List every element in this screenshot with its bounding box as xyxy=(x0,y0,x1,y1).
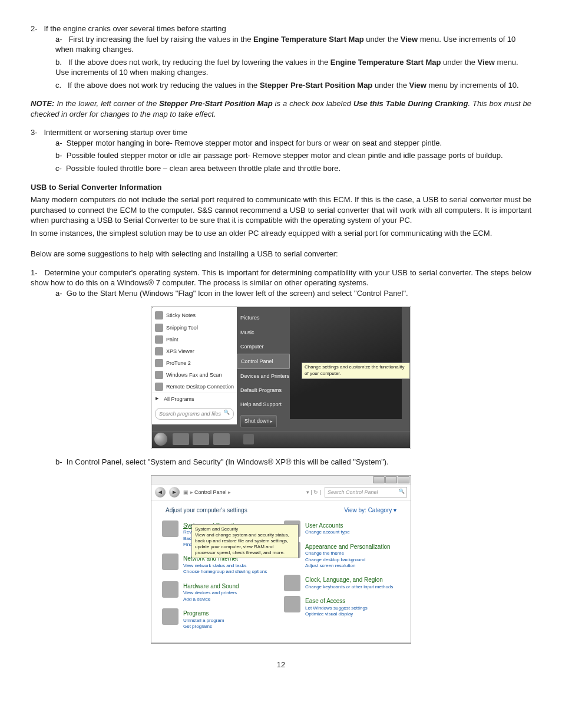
app-snipping-tool[interactable]: Snipping Tool xyxy=(152,322,237,334)
close-button[interactable] xyxy=(398,476,409,483)
start-menu-left-pane: Sticky Notes Snipping Tool Paint XPS Vie… xyxy=(152,307,237,424)
cat-user-accounts[interactable]: User Accounts Change account type xyxy=(284,519,400,541)
taskbar-pinned-icon[interactable] xyxy=(243,434,254,444)
taskbar-explorer-icon[interactable] xyxy=(193,433,209,445)
right-help[interactable]: Help and Support xyxy=(237,397,290,411)
sub-b: b- Possible fouled stepper motor or idle… xyxy=(55,150,531,161)
sub-b: b. If the above does not work, try reduc… xyxy=(55,57,531,78)
page-number: 12 xyxy=(31,660,531,670)
adjust-label: Adjust your computer's settings xyxy=(166,506,247,515)
taskbar xyxy=(152,431,410,448)
shutdown-button[interactable]: Shut down xyxy=(240,415,277,427)
cat-clock[interactable]: Clock, Language, and Region Change keybo… xyxy=(284,574,400,595)
screenshot-control-panel: ◄ ► Control Panel ▾ | ↻ | Search Control… xyxy=(151,475,411,643)
control-panel-tooltip: Change settings and customize the functi… xyxy=(302,363,410,379)
cat-hardware[interactable]: Hardware and Sound View devices and prin… xyxy=(162,580,278,607)
back-button[interactable]: ◄ xyxy=(155,487,166,498)
app-sticky-notes[interactable]: Sticky Notes xyxy=(152,309,237,321)
list-item-1: 1- Determine your computer's operating s… xyxy=(31,268,531,299)
right-pictures[interactable]: Pictures xyxy=(237,311,290,325)
sub-b: b- In Control Panel, select "System and … xyxy=(55,457,531,467)
breadcrumb[interactable]: Control Panel xyxy=(183,489,303,496)
usb-p3: Below are some suggestions to help with … xyxy=(31,249,531,259)
list-item-2: 2- If the engine cranks over several tim… xyxy=(31,24,531,90)
view-by-label[interactable]: View by: Category ▾ xyxy=(344,506,396,515)
usb-heading: USB to Serial Converter Information xyxy=(31,182,531,193)
maximize-button[interactable] xyxy=(385,476,397,483)
right-default-programs[interactable]: Default Programs xyxy=(237,383,290,397)
cat-ease-of-access[interactable]: Ease of Access Let Windows suggest setti… xyxy=(284,595,400,622)
list-item-3: 3- Intermittent or worsening startup ove… xyxy=(31,127,531,173)
sub-a: a- Stepper motor hanging in bore- Remove… xyxy=(55,138,531,149)
cat-programs[interactable]: Programs Uninstall a program Get program… xyxy=(162,607,278,634)
cp-search[interactable]: Search Control Panel xyxy=(325,487,407,498)
list-text: Intermittent or worsening startup over t… xyxy=(44,128,187,137)
window-titlebar xyxy=(151,476,411,485)
app-protune-2[interactable]: ProTune 2 xyxy=(152,357,237,369)
minimize-button[interactable] xyxy=(373,476,385,483)
usb-p2: In some instances, the simplest solution… xyxy=(31,228,531,239)
usb-p1: Many modern computers do not include the… xyxy=(31,195,531,226)
app-paint[interactable]: Paint xyxy=(152,334,237,345)
system-security-tooltip: System and Security View and change syst… xyxy=(191,524,299,558)
right-computer[interactable]: Computer xyxy=(237,340,290,354)
start-menu-search[interactable]: Search programs and files xyxy=(155,408,234,420)
right-control-panel[interactable]: Control Panel xyxy=(237,354,290,369)
all-programs-link[interactable]: All Programs xyxy=(152,393,237,405)
list-number: 1- xyxy=(31,268,38,277)
sub-a: a- Go to the Start Menu (Windows "Flag" … xyxy=(55,288,531,299)
start-menu-right-pane: Pictures Music Computer Control Panel De… xyxy=(237,307,290,430)
sub-c: c- Possible fouled throttle bore – clean… xyxy=(55,163,531,174)
forward-button[interactable]: ► xyxy=(169,487,180,498)
taskbar-media-icon[interactable] xyxy=(213,433,230,445)
right-devices[interactable]: Devices and Printers xyxy=(237,369,290,383)
list-number: 3- xyxy=(31,128,38,137)
right-music[interactable]: Music xyxy=(237,325,290,340)
app-windows-fax[interactable]: Windows Fax and Scan xyxy=(152,369,237,381)
note-block: NOTE: In the lower, left corner of the S… xyxy=(31,98,531,119)
screenshot-start-menu: Sticky Notes Snipping Tool Paint XPS Vie… xyxy=(151,307,411,448)
app-remote-desktop[interactable]: Remote Desktop Connection xyxy=(152,381,237,393)
taskbar-ie-icon[interactable] xyxy=(173,433,189,445)
list-text: Determine your computer's operating syst… xyxy=(31,268,531,288)
start-orb-icon[interactable] xyxy=(154,433,167,446)
list-text: If the engine cranks over several times … xyxy=(44,24,226,33)
sub-c: c. If the above does not work try reduci… xyxy=(55,80,531,91)
cat-appearance[interactable]: Appearance and Personalization Change th… xyxy=(284,541,400,574)
list-number: 2- xyxy=(31,24,38,33)
app-xps-viewer[interactable]: XPS Viewer xyxy=(152,345,237,357)
sub-a: a- First try increasing the fuel by rais… xyxy=(55,34,531,55)
